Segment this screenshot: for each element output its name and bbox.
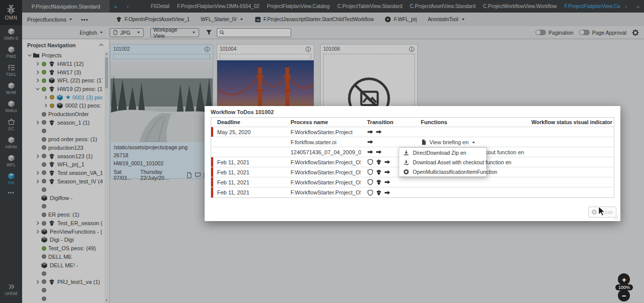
menu-item-download-asset-with-checkout-function-en[interactable]: Download Asset with checkout function en xyxy=(399,157,486,167)
cell-process-name: 1240571436_07_04_2009_0344... xyxy=(285,149,361,155)
cell-deadline: Feb 11, 2021 xyxy=(211,169,285,175)
menu-item-label: Download Asset with checkout function en xyxy=(413,159,511,165)
cell-process-name: F.WorkflowStarter.Project_OS_H... xyxy=(285,179,361,185)
workflow-row[interactable]: Feb 11, 2021F.WorkflowStarter.Project_OS… xyxy=(211,187,614,197)
gear-icon xyxy=(403,169,409,175)
cell-functions: View briefing en xyxy=(415,139,525,145)
deadline-urgent-bar xyxy=(211,177,213,187)
menu-item-directdownload-zip-en[interactable]: DirectDownload Zip en xyxy=(399,148,486,157)
cell-transition xyxy=(361,129,415,135)
cell-deadline: Feb 11, 2021 xyxy=(211,159,285,165)
deadline-urgent-bar xyxy=(211,157,213,167)
cell-transition xyxy=(361,189,415,196)
zoom-in-button[interactable]: + xyxy=(618,273,630,285)
caret-up-icon xyxy=(471,140,476,145)
cell-deadline: May 25, 2020 xyxy=(211,129,285,135)
arrow-icon xyxy=(367,139,374,145)
transition-icons xyxy=(367,189,415,196)
cell-transition xyxy=(361,139,415,145)
doc-icon xyxy=(421,139,427,145)
download-icon xyxy=(403,150,409,156)
column-header-transition: Transition xyxy=(361,119,415,125)
zoom-level-badge: 100% xyxy=(615,284,633,290)
dialog-title: Workflow ToDos 101002 xyxy=(205,106,620,115)
deadline-urgent-bar xyxy=(211,127,213,137)
workflow-table-header: DeadlineProcess nameTransitionFunctionsW… xyxy=(211,118,614,127)
close-button[interactable]: Close xyxy=(588,207,616,218)
cell-process-name: F.WorkflowStarter.Project_OS_H... xyxy=(285,169,361,175)
cell-process-name: F.WorkflowStarter.Project_OS_H... xyxy=(285,189,361,195)
cell-deadline: Feb 11, 2021 xyxy=(211,179,285,185)
shield-icon xyxy=(367,179,374,185)
cell-process-name: F.WorkflowStarter.Project xyxy=(285,129,361,135)
transition-icons xyxy=(367,139,415,145)
arrow-icon xyxy=(384,159,391,165)
deadline-urgent-bar xyxy=(211,167,213,177)
arrow-icon xyxy=(384,169,391,175)
acorn-icon xyxy=(376,189,382,196)
arrow-icon xyxy=(376,149,382,155)
column-header-deadline: Deadline xyxy=(211,119,285,125)
cell-process-name: F.WorkflowStarter.Project_OS_H... xyxy=(285,159,361,165)
acorn-icon xyxy=(376,169,382,175)
arrow-icon xyxy=(367,149,374,155)
zoom-out-button[interactable]: − xyxy=(618,289,630,301)
column-header-process-name: Process name xyxy=(285,119,361,125)
menu-item-label: OpenMulticlassificationItemFunction xyxy=(413,169,497,175)
download-check-icon xyxy=(403,159,409,165)
acorn-icon xyxy=(376,179,382,185)
functions-context-menu: DirectDownload Zip enDownload Asset with… xyxy=(399,147,487,177)
function-button[interactable]: View briefing en xyxy=(421,139,525,145)
arrow-icon xyxy=(384,179,391,185)
arrow-icon xyxy=(384,189,391,196)
zoom-controls: + 100% − xyxy=(615,273,633,301)
column-header-workflow-status-visual-indicator-en: Workflow status visual indicator EN xyxy=(525,119,614,125)
acorn-icon xyxy=(376,159,382,165)
arrow-icon xyxy=(376,129,382,135)
column-header-functions: Functions xyxy=(415,119,525,125)
cell-process-name: F.forkflow.starter.oi xyxy=(285,139,361,145)
shield-icon xyxy=(367,189,374,196)
resize-handle[interactable] xyxy=(614,215,619,220)
arrow-icon xyxy=(367,129,374,135)
shield-icon xyxy=(367,169,374,175)
shield-icon xyxy=(367,159,374,165)
transition-icons xyxy=(367,179,415,185)
workflow-row[interactable]: Feb 11, 2021F.WorkflowStarter.Project_OS… xyxy=(211,177,614,187)
function-label: View briefing en xyxy=(429,139,469,145)
transition-icons xyxy=(367,129,415,135)
app-window: OMN OMN-SPIM2TSKLMAMWelcoSCAdminWFLPM ••… xyxy=(0,0,644,303)
close-circle-icon xyxy=(591,209,597,215)
close-button-label: Close xyxy=(599,209,613,215)
workflow-row[interactable]: May 25, 2020F.WorkflowStarter.Project xyxy=(211,127,614,137)
deadline-urgent-bar xyxy=(211,187,213,197)
menu-item-label: DirectDownload Zip en xyxy=(413,150,466,156)
cell-deadline: Feb 11, 2021 xyxy=(211,189,285,195)
workflow-row[interactable]: F.forkflow.starter.oiView briefing en xyxy=(211,137,614,147)
cell-transition xyxy=(361,179,415,185)
menu-item-openmulticlassificationitemfunction[interactable]: OpenMulticlassificationItemFunction xyxy=(399,167,486,176)
